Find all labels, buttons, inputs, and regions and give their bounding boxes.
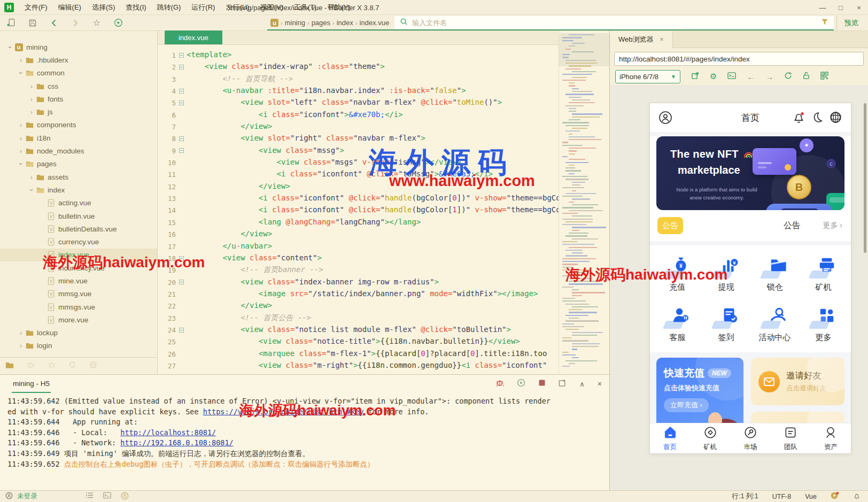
feature-service-icon[interactable]: 客服 bbox=[653, 306, 702, 343]
line-number[interactable]: 18 bbox=[158, 252, 176, 264]
chevron-collapsed-icon[interactable]: › bbox=[28, 108, 35, 116]
code-line[interactable]: 13 <i class="iconfont" @click="handle(bg… bbox=[158, 192, 559, 204]
tree-item-index[interactable]: ›index bbox=[0, 183, 157, 196]
fold-toggle-icon[interactable] bbox=[176, 49, 187, 61]
chevron-collapsed-icon[interactable]: › bbox=[28, 173, 35, 181]
tree-item-currency-vue[interactable]: Vcurrency.vue bbox=[0, 235, 157, 248]
chevron-collapsed-icon[interactable]: › bbox=[17, 329, 25, 337]
qr-code-icon[interactable] bbox=[820, 72, 828, 82]
code-line[interactable]: 1<template> bbox=[158, 49, 559, 61]
code-line[interactable]: 23 <!-- 首页公告 --> bbox=[158, 312, 559, 324]
chevron-expanded-icon[interactable]: › bbox=[6, 43, 14, 51]
phone-tab-team-icon[interactable]: 团队 bbox=[771, 423, 811, 453]
code-line[interactable]: 21 <image src="/static/index/banner.png"… bbox=[158, 288, 559, 300]
console-link[interactable]: http://192.168.0.108:8081/ bbox=[120, 438, 233, 447]
line-number[interactable]: 26 bbox=[158, 348, 176, 360]
code-area[interactable]: 1<template>2 <view class="index-wrap" :c… bbox=[158, 45, 559, 374]
line-number[interactable]: 23 bbox=[158, 312, 176, 324]
breadcrumb-item[interactable]: mining bbox=[285, 19, 305, 27]
notifications-bell-icon[interactable] bbox=[792, 111, 805, 127]
save-icon[interactable] bbox=[28, 18, 37, 28]
line-number[interactable]: 2 bbox=[158, 61, 176, 73]
fold-toggle-icon[interactable] bbox=[176, 145, 187, 157]
code-line[interactable]: 20 <view class="index-banner img-row m-r… bbox=[158, 276, 559, 288]
device-select[interactable]: iPhone 6/7/8 ▼ bbox=[615, 70, 680, 83]
minimap[interactable] bbox=[559, 31, 609, 374]
fold-toggle-icon[interactable] bbox=[176, 324, 187, 336]
restart-icon[interactable] bbox=[517, 379, 525, 389]
cursor-position[interactable]: 行:1 列:1 bbox=[732, 492, 758, 501]
menu-item[interactable]: 跳转(G) bbox=[152, 3, 187, 12]
unlock-icon[interactable] bbox=[803, 72, 810, 82]
code-line[interactable]: 22 </view> bbox=[158, 300, 559, 312]
breadcrumb[interactable]: u ›mining›pages›index›index.vue bbox=[267, 16, 394, 29]
menu-item[interactable]: 编辑(E) bbox=[53, 3, 87, 12]
breadcrumb-item[interactable]: index bbox=[337, 19, 353, 27]
collapse-panel-icon[interactable]: ∧ bbox=[579, 380, 585, 388]
filter-funnel-icon[interactable] bbox=[821, 18, 828, 28]
editor-tab-index-vue[interactable]: index.vue bbox=[165, 30, 222, 44]
chevron-collapsed-icon[interactable]: › bbox=[28, 82, 35, 90]
console-link[interactable]: http://localhost:8081/ bbox=[120, 428, 216, 437]
tree-item-bulletinDetails-vue[interactable]: VbulletinDetails.vue bbox=[0, 222, 157, 235]
phone-tab-miner-tab-icon[interactable]: 矿机 bbox=[690, 423, 730, 453]
close-icon[interactable]: × bbox=[850, 0, 868, 15]
new-file-icon[interactable] bbox=[6, 18, 16, 28]
menu-item[interactable]: 选择(S) bbox=[87, 3, 120, 12]
code-line[interactable]: 17 </u-navbar> bbox=[158, 241, 559, 252]
line-number[interactable]: 7 bbox=[158, 121, 176, 133]
breadcrumb-item[interactable]: index.vue bbox=[359, 19, 389, 27]
open-external-icon[interactable] bbox=[691, 72, 699, 82]
code-line[interactable]: 9 <view class="mssg"> bbox=[158, 145, 559, 157]
chevron-collapsed-icon[interactable]: › bbox=[28, 95, 35, 103]
phone-tab-market-icon[interactable]: 市场 bbox=[730, 423, 770, 453]
code-line[interactable]: 6 <i class="iconfont">&#xe70b;</i> bbox=[158, 109, 559, 121]
chevron-collapsed-icon[interactable]: › bbox=[17, 121, 25, 129]
line-number[interactable]: 21 bbox=[158, 288, 176, 300]
url-input[interactable] bbox=[614, 52, 864, 66]
gear-icon[interactable]: ⚙ bbox=[710, 72, 717, 81]
code-line[interactable]: 25 <view class="notice-title">{{i18n.nav… bbox=[158, 336, 559, 347]
chevron-collapsed-icon[interactable]: › bbox=[17, 56, 25, 64]
tree-item-i18n[interactable]: ›i18n bbox=[0, 132, 157, 144]
close-panel-icon[interactable]: × bbox=[598, 380, 602, 388]
feature-lockup-icon[interactable]: 锁仓 bbox=[750, 256, 799, 292]
code-line[interactable]: 16 </view> bbox=[158, 228, 559, 240]
chevron-collapsed-icon[interactable]: › bbox=[17, 147, 25, 155]
fold-toggle-icon[interactable] bbox=[176, 61, 187, 73]
code-line[interactable]: 8 <view slot="right" class="navbar m-fle… bbox=[158, 133, 559, 144]
tree-item-assets[interactable]: ›assets bbox=[0, 171, 157, 183]
chevron-collapsed-icon[interactable]: › bbox=[17, 134, 25, 142]
nav-back-icon[interactable]: ← bbox=[747, 72, 755, 81]
menu-item[interactable]: 文件(F) bbox=[19, 3, 53, 12]
tree-item--hbuilderx[interactable]: ›.hbuilderx bbox=[0, 53, 157, 66]
feature-more-icon[interactable]: 更多 bbox=[799, 306, 848, 343]
back-icon[interactable] bbox=[49, 18, 59, 28]
recharge-now-button[interactable]: 立即充值 › bbox=[664, 398, 709, 412]
refresh-tree-icon[interactable] bbox=[68, 361, 76, 371]
feature-activity-icon[interactable]: 活动中心 bbox=[750, 306, 799, 343]
menu-item[interactable]: 查找(I) bbox=[120, 3, 151, 12]
line-number[interactable]: 13 bbox=[158, 192, 176, 204]
line-number[interactable]: 11 bbox=[158, 168, 176, 180]
feature-miner-icon[interactable]: 矿机 bbox=[799, 256, 848, 292]
code-line[interactable]: 4 <u-navbar :title="i18n.navbar.index" :… bbox=[158, 85, 559, 97]
line-number[interactable]: 19 bbox=[158, 264, 176, 276]
card-invite-envelope-icon[interactable]: 邀请好友点击邀请好友 bbox=[751, 358, 844, 405]
debug-bug-icon[interactable] bbox=[495, 379, 504, 389]
tree-item-mining[interactable]: ›umining bbox=[0, 41, 157, 53]
nav-forward-icon[interactable]: → bbox=[765, 72, 773, 81]
phone-tab-assets-icon[interactable]: 资产 bbox=[811, 423, 851, 453]
code-line[interactable]: 7 </view> bbox=[158, 121, 559, 133]
stop-icon[interactable] bbox=[538, 379, 546, 389]
browser-tab-close-icon[interactable]: × bbox=[660, 36, 664, 43]
dark-mode-moon-icon[interactable] bbox=[811, 111, 824, 127]
tree-item-components[interactable]: ›components bbox=[0, 119, 157, 132]
line-number[interactable]: 15 bbox=[158, 217, 176, 228]
fold-toggle-icon[interactable] bbox=[176, 276, 187, 288]
code-line[interactable]: 27 <view class="m-right">{{i18n.common.g… bbox=[158, 360, 559, 372]
encoding[interactable]: UTF-8 bbox=[772, 493, 791, 500]
console-tab[interactable]: mining - H5 bbox=[12, 375, 51, 393]
code-line[interactable]: 24 <view class="notice list module m-fle… bbox=[158, 324, 559, 336]
tree-item-acting-vue[interactable]: Vacting.vue bbox=[0, 197, 157, 210]
